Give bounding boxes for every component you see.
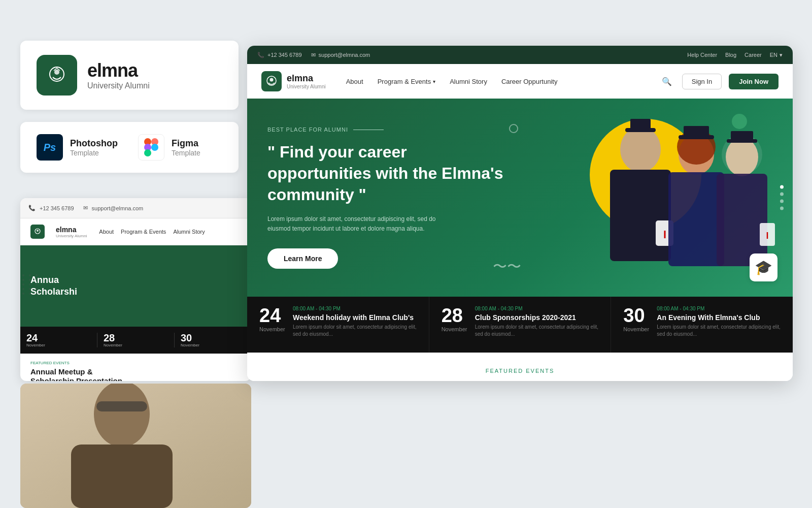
svg-rect-29 [731,131,753,141]
ps-template-info: Photoshop Template [70,138,118,157]
email-item: ✉ support@elmna.com [311,52,370,58]
dot-active[interactable] [780,185,784,189]
events-bar: 24 November 08:00 AM - 04:30 PM Weekend … [247,297,793,353]
mini-event-2-month: November [104,343,168,347]
event-3-desc: Lorem ipsum dolor sit amet, consectetur … [657,324,781,338]
phone-number: +12 345 6789 [267,52,302,58]
mini-browser-content: elmna University Alumni About Program & … [20,218,251,381]
programs-chevron: ▾ [433,79,435,84]
ps-title: Photoshop [70,138,118,149]
mini-brand-sub: University Alumni [56,234,87,238]
brand-name: elmna [87,60,150,81]
nav-brand-name: elmna [287,73,326,84]
figma-label: Template [172,149,200,157]
event-1-details: 08:00 AM - 04:30 PM Weekend holiday with… [293,306,417,338]
search-icon[interactable]: 🔍 [659,73,675,89]
event-2-time: 08:00 AM - 04:30 PM [475,306,599,311]
event-1-desc: Lorem ipsum dolor sit amet, consectetur … [293,324,417,338]
utility-right: Help Center Blog Career EN ▾ [687,52,783,58]
nav-brand-text: elmna University Alumni [287,73,326,89]
email-icon: ✉ [311,52,316,58]
figma-template: Figma Template [138,134,200,161]
nav-brand: elmna University Alumni [261,71,326,91]
main-browser: 📞 +12 345 6789 ✉ support@elmna.com Help … [247,46,793,381]
dot-4[interactable] [780,207,784,210]
mini-brand-name: elmna [56,226,87,234]
left-panel: elmna University Alumni Ps Photoshop Tem… [20,41,239,185]
svg-rect-23 [668,172,724,266]
featured-label: FEATURED EVENTS [267,368,772,374]
mini-nav-programs: Program & Events [121,229,166,235]
svg-point-14 [270,78,274,82]
joinnow-button[interactable]: Join Now [729,74,779,89]
hero-content: BEST PLACE FOR ALUMNI " Find your career… [247,126,531,268]
lang-chevron: ▾ [780,52,783,58]
mini-event-2: 28 November [97,333,175,347]
mini-logo-icon [30,225,45,239]
event-3-date-block: 30 November [623,306,650,332]
nav-link-about[interactable]: About [346,78,363,85]
mini-browser: 📞 +12 345 6789 ✉ support@elmna.com elmna… [20,198,251,381]
event-3-title: An Evening With Elmna's Club [657,313,781,322]
main-nav: elmna University Alumni About Program & … [247,64,793,99]
career-link[interactable]: Career [745,52,762,58]
mini-event-1: 24 November [20,333,97,347]
mini-phone-icon: 📞 [28,205,36,211]
figma-icon [138,134,164,161]
svg-rect-27 [717,174,767,266]
svg-point-26 [726,138,758,176]
svg-rect-11 [71,444,173,508]
svg-rect-6 [144,149,151,156]
nav-link-alumni[interactable]: Alumni Story [450,78,487,85]
nav-logo-icon [261,71,282,91]
dot-3[interactable] [780,200,784,203]
svg-rect-18 [630,119,651,130]
hero-pagination-dots [780,185,784,210]
utility-left: 📞 +12 345 6789 ✉ support@elmna.com [257,52,370,58]
help-center-link[interactable]: Help Center [687,52,717,58]
mini-brand-text: elmna University Alumni [56,226,87,238]
phone-icon: 📞 [257,52,264,58]
learn-more-button[interactable]: Learn More [267,248,338,269]
mini-nav: elmna University Alumni About Program & … [20,218,251,245]
wave-decoration: 〜〜 [493,257,521,276]
utility-bar: 📞 +12 345 6789 ✉ support@elmna.com Help … [247,46,793,64]
event-3-num: 30 [623,306,650,325]
event-1-num: 24 [259,306,286,325]
template-card: Ps Photoshop Template Figma Template [20,122,239,173]
brand-text: elmna University Alumni [87,60,150,90]
event-2-details: 08:00 AM - 04:30 PM Club Sponsorships 20… [475,306,599,338]
blog-link[interactable]: Blog [725,52,736,58]
nav-link-career[interactable]: Career Oppurtunity [501,78,558,85]
mini-event-3-num: 30 [181,333,245,343]
event-2-date-block: 28 November [442,306,468,332]
signin-button[interactable]: Sign In [682,74,722,89]
svg-point-5 [151,144,158,151]
dot-2[interactable] [780,193,784,196]
ps-icon: Ps [37,134,63,161]
event-1-title: Weekend holiday with Elmna Club's [293,313,417,322]
mini-email-icon: ✉ [83,205,88,211]
nav-actions: 🔍 Sign In Join Now [659,73,779,89]
svg-rect-12 [96,401,147,411]
mini-featured-section: FEATURED EVENTS Annual Meetup &Scholarsh… [20,354,251,381]
svg-point-15 [620,126,661,172]
event-1-month: November [259,326,286,332]
event-3-details: 08:00 AM - 04:30 PM An Evening With Elmn… [657,306,781,338]
event-1-time: 08:00 AM - 04:30 PM [293,306,417,311]
mini-events-bar: 24 November 28 November 30 November [20,327,251,354]
event-item-2: 28 November 08:00 AM - 04:30 PM Club Spo… [429,297,612,353]
mini-browser-topbar: 📞 +12 345 6789 ✉ support@elmna.com [20,198,251,218]
nav-link-programs[interactable]: Program & Events ▾ [378,78,436,85]
event-2-month: November [442,326,468,332]
svg-point-8 [37,230,39,232]
hero-title: " Find your career opportunities with th… [267,142,511,205]
mini-email: support@elmna.com [92,205,144,211]
mini-hero-area: AnnuaScholarshi [20,245,251,327]
event-3-time: 08:00 AM - 04:30 PM [657,306,781,311]
event-3-month: November [623,326,650,332]
hero-badge: BEST PLACE FOR ALUMNI [267,126,511,133]
brand-logo-icon [37,55,77,96]
language-selector[interactable]: EN ▾ [770,52,783,58]
nav-links: About Program & Events ▾ Alumni Story Ca… [346,78,659,85]
